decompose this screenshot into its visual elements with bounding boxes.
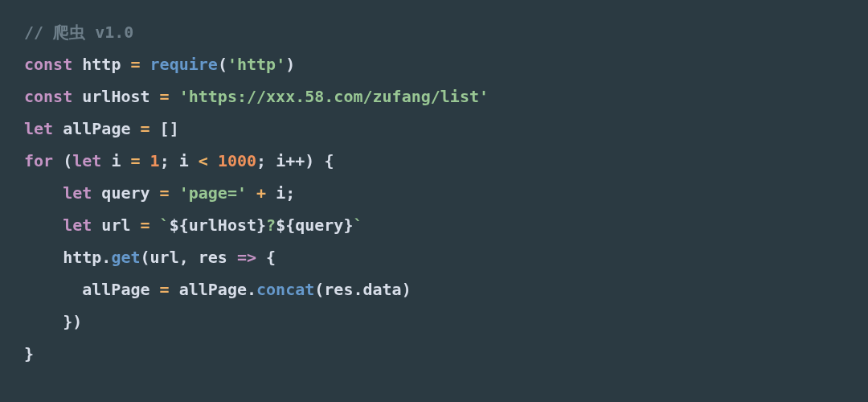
keyword-for: for [24, 151, 53, 170]
paren: ( [314, 280, 324, 299]
paren: ) [402, 280, 411, 299]
brace: { [266, 248, 276, 267]
number: 1 [150, 151, 160, 170]
identifier: http [63, 248, 101, 267]
array-literal: [] [160, 119, 179, 138]
brace: } [63, 312, 72, 331]
semicolon: ; [285, 183, 295, 203]
code-line: for (let i = 1; i < 1000; i++) { [24, 151, 334, 170]
paren: ( [218, 55, 227, 74]
brace: } [24, 344, 34, 363]
identifier: query [101, 183, 149, 203]
keyword-let: let [63, 215, 92, 235]
brace: { [324, 151, 334, 170]
code-line: let url = `${urlHost}?${query}` [24, 215, 363, 235]
semicolon: ; [256, 151, 266, 170]
string: 'https://xxx.58.com/zufang/list' [179, 87, 489, 106]
identifier: allPage [82, 280, 149, 299]
keyword-const: const [24, 55, 72, 74]
identifier: i [111, 151, 121, 170]
fn-concat: concat [256, 280, 314, 299]
string: 'page=' [179, 183, 247, 203]
identifier: i [179, 151, 189, 170]
code-line: // 爬虫 v1.0 [24, 23, 133, 42]
code-block: // 爬虫 v1.0 const http = require('http') … [0, 0, 868, 370]
template-literal: `${urlHost}?${query}` [160, 215, 363, 235]
code-line: http.get(url, res => { [24, 248, 276, 267]
identifier: http [82, 55, 121, 74]
dot: . [247, 280, 256, 299]
dot: . [101, 248, 111, 267]
identifier: i [276, 183, 285, 203]
identifier: allPage [63, 119, 130, 138]
paren: ( [63, 151, 72, 170]
code-line: const http = require('http') [24, 55, 295, 74]
identifier: res.data [324, 280, 401, 299]
keyword-let: let [24, 119, 53, 138]
operator-eq: = [141, 215, 150, 235]
keyword-const: const [24, 87, 72, 106]
number: 1000 [218, 151, 256, 170]
code-line: } [24, 344, 34, 363]
operator-eq: = [160, 87, 170, 106]
comment: // 爬虫 v1.0 [24, 23, 133, 42]
paren: ) [305, 151, 314, 170]
fn-get: get [111, 248, 140, 267]
paren: ( [141, 248, 150, 267]
code-line: }) [24, 312, 82, 331]
paren: ) [285, 55, 295, 74]
operator-eq: = [141, 119, 150, 138]
code-line: let allPage = [] [24, 119, 179, 138]
identifier: url [150, 248, 179, 267]
operator-eq: = [130, 151, 140, 170]
identifier: allPage [179, 280, 247, 299]
operator-eq: = [130, 55, 140, 74]
paren: ) [72, 312, 82, 331]
string: 'http' [227, 55, 285, 74]
keyword-let: let [63, 183, 92, 203]
operator-plus: + [256, 183, 266, 203]
fn-require: require [150, 55, 218, 74]
operator-eq: = [160, 183, 170, 203]
semicolon: ; [160, 151, 170, 170]
code-line: allPage = allPage.concat(res.data) [24, 280, 411, 299]
comma: , [179, 248, 199, 267]
identifier: url [101, 215, 130, 235]
operator-lt: < [199, 151, 208, 170]
identifier: res [199, 248, 227, 267]
code-line: let query = 'page=' + i; [24, 183, 295, 203]
code-line: const urlHost = 'https://xxx.58.com/zufa… [24, 87, 489, 106]
arrow: => [237, 248, 256, 267]
identifier: urlHost [82, 87, 149, 106]
identifier: i++ [276, 151, 305, 170]
keyword-let: let [72, 151, 101, 170]
operator-eq: = [160, 280, 170, 299]
